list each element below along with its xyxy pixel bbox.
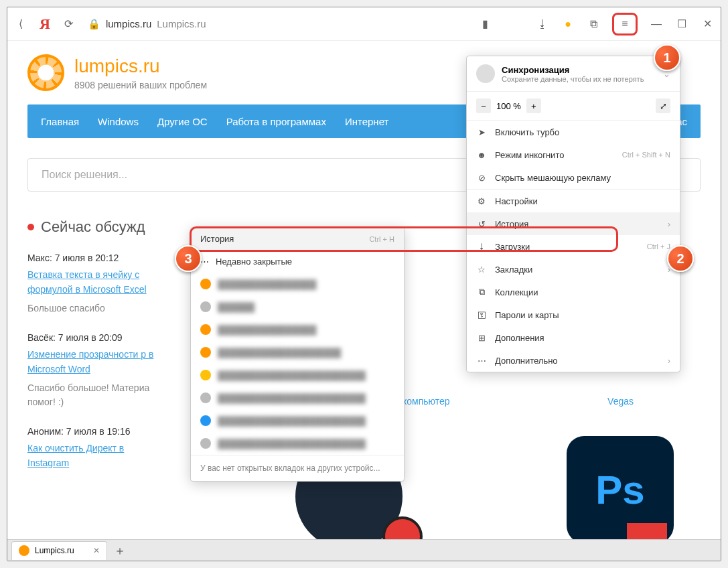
menu-item-more[interactable]: ⋯Дополнительно› xyxy=(467,349,680,372)
gear-icon: ⚙ xyxy=(476,196,487,206)
avatar-icon xyxy=(476,64,495,83)
download-icon: ⭳ xyxy=(476,241,487,252)
bookmark-icon[interactable]: ▮ xyxy=(478,17,492,31)
menu-item-bookmarks[interactable]: ☆Закладки› xyxy=(467,258,680,281)
tab-close-icon[interactable]: ✕ xyxy=(93,546,100,555)
menu-item-addons[interactable]: ⊞Дополнения xyxy=(467,326,680,349)
address-bar[interactable]: 🔒 lumpics.ru Lumpics.ru xyxy=(88,18,206,30)
new-tab-button[interactable]: ＋ xyxy=(114,543,126,559)
yandex-logo[interactable]: Я xyxy=(40,15,50,33)
history-icon: ↺ xyxy=(476,218,487,229)
nav-item[interactable]: Windows xyxy=(98,116,139,127)
tab-title: Lumpics.ru xyxy=(35,546,74,555)
sync-title: Синхронизация xyxy=(502,65,644,75)
collection-icon: ⧉ xyxy=(476,287,487,297)
zoom-in-button[interactable]: + xyxy=(526,98,541,113)
browser-tab[interactable]: Lumpics.ru ✕ xyxy=(11,541,107,560)
hamburger-menu-button[interactable]: ≡ xyxy=(612,13,638,36)
post-meta: Васёк: 7 июля в 20:09 xyxy=(27,332,161,343)
zoom-out-button[interactable]: − xyxy=(476,98,491,113)
menu-item-downloads[interactable]: ⭳ЗагрузкиCtrl + J xyxy=(467,235,680,258)
rocket-icon: ➤ xyxy=(476,127,487,137)
submenu-note: У вас нет открытых вкладок на других уст… xyxy=(191,455,404,481)
menu-item-collections[interactable]: ⧉Коллекции xyxy=(467,281,680,303)
callout-1: 1 xyxy=(654,44,680,71)
menu-item-incognito[interactable]: ☻Режим инкогнитоCtrl + Shift + N xyxy=(467,143,680,166)
recent-item[interactable]: ████████████████████████ xyxy=(191,364,404,386)
collections-icon[interactable]: ⧉ xyxy=(587,17,600,31)
fullscreen-button[interactable]: ⤢ xyxy=(656,98,670,113)
post-link[interactable]: Вставка текста в ячейку с формулой в Mic… xyxy=(27,267,161,297)
recent-item[interactable]: ████████████████████████ xyxy=(191,432,404,455)
chevron-right-icon: › xyxy=(668,219,670,229)
nav-item[interactable]: Интернет xyxy=(345,116,388,127)
card-label[interactable]: Vegas xyxy=(607,396,634,407)
minimize-icon[interactable]: — xyxy=(650,17,663,31)
star-icon: ☆ xyxy=(476,264,487,275)
menu-zoom: − 100 % + ⤢ xyxy=(467,92,680,121)
browser-menu: Синхронизация Сохраните данные, чтобы их… xyxy=(466,56,680,372)
sync-subtitle: Сохраните данные, чтобы их не потерять xyxy=(502,75,644,83)
recent-item[interactable]: ████████████████████████ xyxy=(191,409,404,432)
history-submenu: ИсторияCtrl + H ⋯Недавно закрытые ██████… xyxy=(190,227,405,482)
mask-icon: ☻ xyxy=(476,149,487,160)
site-tagline: 8908 решений ваших проблем xyxy=(74,80,207,90)
live-dot-icon xyxy=(27,224,34,230)
site-brand[interactable]: lumpics.ru xyxy=(74,56,207,77)
callout-2: 2 xyxy=(667,245,694,272)
puzzle-icon: ⊞ xyxy=(476,332,487,343)
downloads-icon[interactable]: ⭳ xyxy=(536,17,549,31)
card-label[interactable]: компьютер xyxy=(403,396,450,407)
site-logo-icon xyxy=(27,54,64,91)
post-comment: Спасибо большое! Материа помог! :) xyxy=(27,381,161,409)
callout-3: 3 xyxy=(175,245,202,272)
maximize-icon[interactable]: ☐ xyxy=(675,17,688,31)
post-meta: Макс: 7 июля в 20:12 xyxy=(27,253,161,263)
browser-toolbar: ⟨ Я ⟳ 🔒 lumpics.ru Lumpics.ru ▮ ⭳ ● ⧉ ≡ … xyxy=(7,7,721,41)
menu-sync[interactable]: Синхронизация Сохраните данные, чтобы их… xyxy=(467,56,680,92)
close-icon[interactable]: ✕ xyxy=(701,17,714,31)
recent-item[interactable]: ████████████████ xyxy=(191,318,404,341)
menu-item-turbo[interactable]: ➤Включить турбо xyxy=(467,121,680,143)
tab-bar: Lumpics.ru ✕ ＋ xyxy=(7,539,721,561)
menu-item-history[interactable]: ↺История› xyxy=(467,212,680,235)
address-title: Lumpics.ru xyxy=(157,18,206,29)
post-meta: Аноним: 7 июля в 19:16 xyxy=(27,426,161,437)
nav-item[interactable]: Главная xyxy=(41,116,79,127)
post-link[interactable]: Изменение прозрачности р в Microsoft Wor… xyxy=(27,347,161,377)
reload-icon[interactable]: ⟳ xyxy=(62,17,76,31)
menu-item-passwords[interactable]: ⚿Пароли и карты xyxy=(467,303,680,326)
menu-item-hide-ads[interactable]: ⊘Скрыть мешающую рекламу xyxy=(467,166,680,189)
chevron-right-icon: › xyxy=(668,356,670,366)
nav-item[interactable]: Другие ОС xyxy=(157,116,208,127)
recent-item[interactable]: ████████████████ xyxy=(191,273,404,295)
nav-item[interactable]: Работа в программах xyxy=(226,116,326,127)
recent-item[interactable]: ████████████████████ xyxy=(191,341,404,364)
submenu-history-heading[interactable]: ИсторияCtrl + H xyxy=(191,228,404,250)
more-icon: ⋯ xyxy=(476,355,487,366)
post-comment: Большое спасибо xyxy=(27,301,161,315)
back-icon[interactable]: ⟨ xyxy=(14,17,27,31)
submenu-recent-label: ⋯Недавно закрытые xyxy=(191,251,404,273)
extension-icon[interactable]: ● xyxy=(561,17,575,31)
block-icon: ⊘ xyxy=(476,172,487,183)
recent-item[interactable]: ██████ xyxy=(191,295,404,318)
post-link[interactable]: Как очистить Директ в Instagram xyxy=(27,441,161,471)
recent-item[interactable]: ████████████████████████ xyxy=(191,386,404,409)
key-icon: ⚿ xyxy=(476,309,487,320)
lock-icon: 🔒 xyxy=(88,18,100,30)
zoom-value: 100 % xyxy=(496,101,521,111)
tab-favicon xyxy=(19,545,29,556)
address-domain: lumpics.ru xyxy=(106,18,151,29)
menu-item-settings[interactable]: ⚙Настройки xyxy=(467,190,680,212)
